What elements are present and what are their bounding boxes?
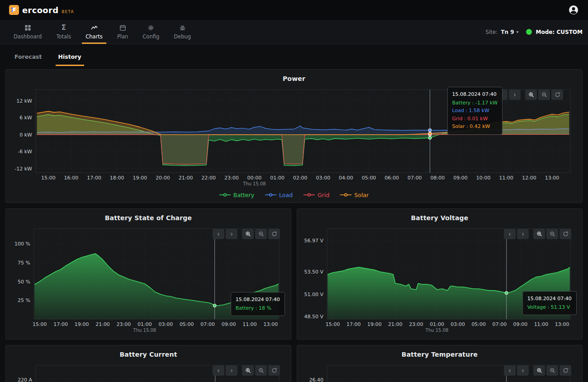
svg-text:11:00: 11:00 [534,321,549,327]
svg-text:13:00: 13:00 [264,321,278,327]
user-avatar-button[interactable] [568,5,579,15]
power-reset-zoom-button[interactable] [551,90,563,100]
legend-marker-icon [340,193,351,197]
svg-text:18:00: 18:00 [110,175,124,181]
tooltip-row-grid: Grid : 0.01 kW [452,115,498,123]
nav-item-debug[interactable]: Debug [166,20,198,44]
svg-text:05:00: 05:00 [471,321,486,327]
chevron-right-icon: › [522,368,524,373]
soc-reset-zoom-button[interactable] [268,229,280,239]
voltage-chart-title: Battery Voltage [297,209,582,224]
current-zoom-out-button[interactable] [255,365,267,376]
site-selector[interactable]: Tn 9 ▾ [501,29,518,35]
site-value: Tn 9 [501,29,514,35]
mode-label: Mode: [536,29,555,35]
current-reset-zoom-button[interactable] [268,365,280,376]
soc-plot-area: 15:0017:0019:0021:0023:0001:00Thu 15.080… [12,224,285,335]
soc-pan-left-button[interactable]: ‹ [213,229,224,239]
svg-text:09:00: 09:00 [222,321,236,327]
svg-text:15:00: 15:00 [33,321,47,327]
legend-item-grid[interactable]: Grid [303,192,329,198]
voltage-pan-right-button[interactable]: › [517,229,529,239]
voltage-chart[interactable]: 15:0017:0019:0021:0023:0001:00Thu 15.080… [303,224,576,335]
soc-pan-right-button[interactable]: › [226,229,237,239]
svg-text:05:00: 05:00 [362,175,376,181]
battery-voltage-panel: Battery Voltage‹›15:0017:0019:0021:0023:… [297,208,583,340]
refresh-icon [555,92,560,98]
soc-zoom-in-button[interactable] [242,229,254,239]
current-pan-right-button[interactable]: › [226,365,237,376]
svg-text:-6 kW: -6 kW [18,149,32,155]
nav-item-totals[interactable]: ΣTotals [49,20,78,44]
beta-badge: BETA [62,9,74,14]
nav-item-config[interactable]: Config [135,20,166,44]
zoom-in-icon [245,231,251,237]
svg-text:51.00 V: 51.00 V [304,292,323,297]
zoom-out-icon [541,92,547,98]
tab-forecast[interactable]: Forecast [12,44,45,69]
power-legend: BatteryLoadGridSolar [6,188,582,202]
chevron-left-icon: ‹ [509,231,511,237]
legend-marker-icon [303,193,315,197]
svg-text:19:00: 19:00 [367,321,382,327]
temperature-reset-zoom-button[interactable] [560,365,571,376]
chart-icon [91,24,98,32]
svg-text:16:00: 16:00 [64,175,79,181]
svg-text:00:00: 00:00 [247,175,262,181]
tooltip-timestamp: 15.08.2024 07:40 [527,295,572,303]
control-group [242,229,280,239]
soc-zoom-out-button[interactable] [255,229,267,239]
current-chart-title: Battery Current [6,345,291,361]
svg-text:-12 kW: -12 kW [14,166,32,172]
temperature-zoom-in-button[interactable] [533,365,545,376]
power-zoom-out-button[interactable] [538,90,550,100]
nav-item-plan[interactable]: Plan [110,20,135,44]
power-pan-right-button[interactable]: › [509,90,521,100]
svg-text:03:00: 03:00 [158,321,173,327]
legend-item-battery[interactable]: Battery [219,192,254,198]
power-chart[interactable]: 15:0016:0017:0018:0019:0020:0021:0022:00… [12,85,576,188]
svg-text:12 kW: 12 kW [16,98,32,104]
mode-value: CUSTOM [556,29,583,35]
nav-item-dashboard[interactable]: Dashboard [6,20,49,44]
battery-temperature-panel: Battery Temperature‹›26.40 [297,345,583,382]
svg-text:07:00: 07:00 [492,321,507,327]
current-pan-left-button[interactable]: ‹ [213,365,224,376]
battery-soc-panel: Battery State of Charge‹›15:0017:0019:00… [5,208,291,340]
svg-text:21:00: 21:00 [95,321,110,327]
nav-item-label: Charts [85,33,103,40]
zoom-in-icon [245,368,251,373]
voltage-zoom-in-button[interactable] [533,229,545,239]
control-group: ‹› [213,229,237,239]
dashboard-icon [24,24,31,32]
logo[interactable]: ercoord BETA [9,5,74,15]
soc-chart[interactable]: 15:0017:0019:0021:0023:0001:00Thu 15.080… [12,224,285,335]
legend-item-load[interactable]: Load [265,192,293,198]
zoom-in-icon [536,231,542,237]
current-zoom-in-button[interactable] [242,365,254,376]
legend-item-solar[interactable]: Solar [340,192,369,198]
voltage-zoom-out-button[interactable] [546,229,558,239]
voltage-pan-left-button[interactable]: ‹ [504,229,516,239]
svg-text:56.97 V: 56.97 V [304,238,323,244]
svg-text:10:00: 10:00 [476,175,491,181]
temperature-chart-title: Battery Temperature [297,345,582,361]
tab-history[interactable]: History [56,44,84,69]
power-zoom-in-button[interactable] [525,90,537,100]
nav-item-charts[interactable]: Charts [78,20,110,44]
svg-text:01:00: 01:00 [270,175,285,181]
voltage-reset-zoom-button[interactable] [560,229,571,239]
svg-text:23:00: 23:00 [117,321,131,327]
svg-text:23:00: 23:00 [409,321,423,327]
voltage-chart-controls: ‹› [504,229,571,239]
control-group [533,365,571,376]
temperature-pan-left-button[interactable]: ‹ [504,365,516,376]
temperature-pan-right-button[interactable]: › [517,365,529,376]
svg-text:03:00: 03:00 [316,175,330,181]
svg-text:75 %: 75 % [18,260,30,266]
legend-marker-icon [219,193,231,197]
temperature-zoom-out-button[interactable] [546,365,558,376]
sigma-icon: Σ [62,24,66,32]
control-group: ‹› [504,365,529,376]
nav-item-label: Plan [117,33,128,40]
